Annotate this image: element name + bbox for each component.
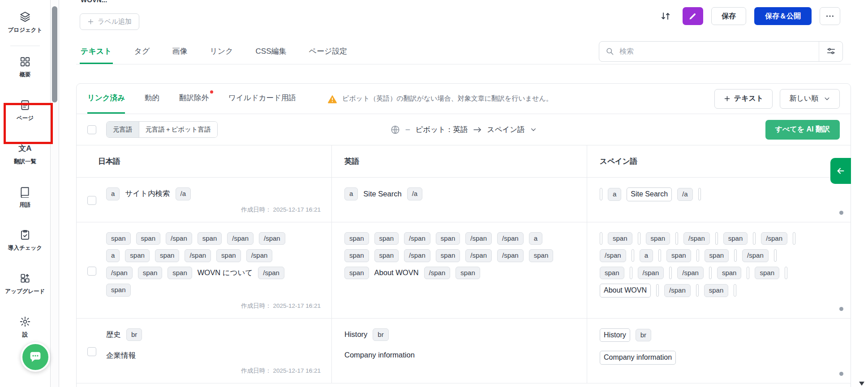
- sidebar-divider: [10, 46, 40, 46]
- collapse-panel-button[interactable]: [830, 158, 851, 184]
- tag-chip: /span: [259, 232, 285, 245]
- tag-chip: /span: [106, 267, 133, 280]
- editable-text-box[interactable]: Company information: [600, 351, 676, 365]
- edit-caret-box[interactable]: [696, 249, 699, 262]
- sidebar-item-project[interactable]: プロジェクト: [0, 11, 50, 34]
- subtab-wildcard[interactable]: ワイルドカード用語: [228, 84, 296, 114]
- created-at-label: 作成日時：: [241, 206, 273, 213]
- sidebar-item-label: ページ: [17, 115, 34, 122]
- sidebar-item-pages[interactable]: ページ: [17, 99, 34, 122]
- edit-caret-box[interactable]: [698, 188, 701, 200]
- segment-source-plus-pivot[interactable]: 元言語＋ピボット言語: [139, 122, 217, 137]
- search-box: [599, 41, 843, 62]
- sort-order-select[interactable]: 新しい順: [780, 89, 840, 109]
- edit-caret-box[interactable]: [734, 284, 736, 297]
- edit-caret-box[interactable]: [734, 249, 737, 262]
- tab-text[interactable]: テキスト: [80, 39, 113, 64]
- tag-chip: /span: [497, 232, 524, 245]
- tag-chip: a: [106, 187, 120, 200]
- edit-caret-box[interactable]: [753, 232, 756, 245]
- tag-chip: /a: [176, 187, 191, 200]
- edit-caret-box[interactable]: [658, 249, 661, 262]
- tag-chip: br: [636, 329, 651, 342]
- edit-caret-box[interactable]: [696, 284, 699, 297]
- subtab-excluded[interactable]: 翻訳除外: [179, 84, 209, 114]
- tag-chip: /span: [761, 232, 787, 245]
- subtab-dynamic[interactable]: 動的: [145, 84, 159, 114]
- tab-css-edit[interactable]: CSS編集: [255, 39, 288, 64]
- translate-all-ai-button[interactable]: すべてを AI 翻訳: [765, 120, 840, 140]
- add-text-button[interactable]: テキスト: [714, 89, 773, 109]
- dash: [405, 129, 410, 130]
- tag-chip: /span: [683, 232, 710, 245]
- warning-icon: [327, 94, 337, 104]
- edit-caret-box[interactable]: [747, 267, 749, 279]
- edit-mode-button[interactable]: [683, 7, 703, 25]
- tag-chip: /span: [166, 232, 192, 245]
- edit-caret-box[interactable]: [709, 267, 712, 279]
- sidebar-item-glossary[interactable]: 用語: [19, 186, 31, 209]
- row-checkbox[interactable]: [87, 267, 96, 276]
- table-row[interactable]: aサイト内検索/a作成日時： 2025-12-17 16:21aSite Sea…: [77, 178, 851, 222]
- tab-page-settings[interactable]: ページ設定: [308, 39, 348, 64]
- created-at: 作成日時： 2025-12-17 16:21: [106, 367, 321, 375]
- segment-source-language[interactable]: 元言語: [107, 122, 139, 137]
- edit-caret-box[interactable]: [630, 267, 632, 279]
- sidebar-scrollbar-thumb[interactable]: [52, 6, 57, 102]
- tag-chip: span: [608, 232, 632, 245]
- edit-caret-box[interactable]: [785, 267, 787, 279]
- scroll-down-arrow[interactable]: [859, 382, 864, 386]
- more-options-button[interactable]: [820, 7, 840, 25]
- tab-tag[interactable]: タグ: [133, 39, 151, 64]
- edit-caret-box[interactable]: [715, 232, 718, 245]
- glossary-icon: [19, 186, 31, 198]
- save-button[interactable]: 保存: [711, 7, 746, 25]
- edit-caret-box[interactable]: [669, 267, 672, 279]
- column-header-spanish: スペイン語: [587, 145, 851, 177]
- clipboard-check-icon: [19, 229, 31, 241]
- edit-caret-box[interactable]: [600, 232, 602, 245]
- tag-chip: span: [168, 267, 192, 280]
- sidebar-scrollbar-track[interactable]: [50, 0, 59, 387]
- sidebar-item-translations[interactable]: 文A 翻訳一覧: [14, 143, 36, 166]
- pivot-language-selector[interactable]: ピボット：英語 スペイン語: [390, 125, 537, 135]
- sidebar-item-settings[interactable]: 設: [19, 316, 31, 339]
- globe-icon: [390, 125, 400, 135]
- edit-caret-box[interactable]: [600, 188, 602, 200]
- filter-settings-icon[interactable]: [819, 42, 842, 61]
- edit-caret-box[interactable]: [774, 249, 777, 262]
- table-row[interactable]: spanspan/spanspan/span/spanaspanspan/spa…: [77, 222, 851, 319]
- edit-caret-box[interactable]: [638, 232, 640, 245]
- tab-link[interactable]: リンク: [209, 39, 234, 64]
- row-checkbox[interactable]: [87, 196, 96, 205]
- support-chat-button[interactable]: [21, 342, 50, 372]
- source-text: Company information: [344, 350, 415, 360]
- edit-caret-box[interactable]: [675, 232, 678, 245]
- row-checkbox[interactable]: [87, 347, 96, 356]
- source-text: 企業情報: [106, 350, 136, 361]
- select-all-checkbox[interactable]: [87, 125, 96, 134]
- edit-caret-box[interactable]: [656, 284, 659, 297]
- sidebar-item-overview[interactable]: 概要: [19, 56, 31, 79]
- pivot-warning: ピボット（英語）の翻訳がない場合、対象文章に翻訳を行いません。: [327, 94, 553, 104]
- table-row[interactable]: 歴史br企業情報作成日時： 2025-12-17 16:21HistorybrC…: [77, 319, 851, 384]
- tag-chip: span: [136, 232, 161, 245]
- save-publish-button[interactable]: 保存＆公開: [754, 7, 812, 25]
- pencil-icon: [688, 12, 697, 21]
- editable-text-box[interactable]: About WOVN: [600, 284, 651, 298]
- sidebar-item-install-check[interactable]: 導入チェック: [8, 229, 42, 252]
- subtab-linked[interactable]: リンク済み: [87, 84, 125, 114]
- add-label-button[interactable]: ラベル追加: [80, 13, 139, 30]
- tag-chip: span: [344, 249, 369, 262]
- edit-caret-box[interactable]: [632, 249, 634, 262]
- sort-order-value: 新しい順: [789, 94, 818, 103]
- editable-text-box[interactable]: History: [600, 328, 630, 342]
- cell-spanish: HistorybrCompany information: [587, 319, 851, 383]
- tag-chip: span: [198, 232, 222, 245]
- search-input[interactable]: [614, 47, 819, 55]
- editable-text-box[interactable]: Site Search: [627, 187, 672, 201]
- sidebar-item-upgrade[interactable]: アップグレード: [5, 272, 45, 295]
- tab-image[interactable]: 画像: [171, 39, 188, 64]
- edit-caret-box[interactable]: [793, 232, 795, 245]
- sort-swap-button[interactable]: [657, 7, 675, 25]
